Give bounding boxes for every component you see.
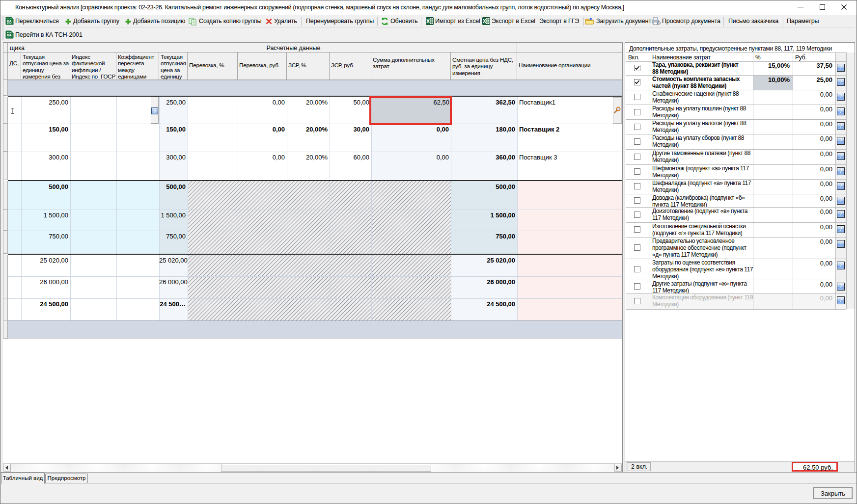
svg-text:X: X	[426, 18, 430, 24]
svg-text:КА: КА	[7, 20, 11, 23]
svg-text:КА: КА	[7, 33, 11, 37]
svg-text:X: X	[483, 18, 486, 24]
